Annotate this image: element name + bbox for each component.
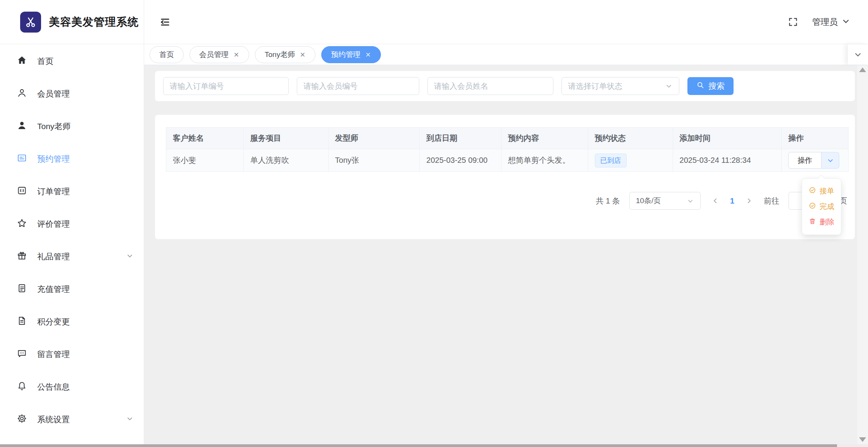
- horizontal-scrollbar[interactable]: [0, 444, 868, 447]
- chevron-down-icon: [687, 197, 694, 205]
- chevron-down-icon: [842, 17, 850, 27]
- circle-check-icon: [809, 186, 816, 196]
- sidebar-item-label: 会员管理: [37, 88, 70, 99]
- cell-stylist: Tony张: [329, 149, 420, 172]
- order-no-input[interactable]: [163, 77, 289, 95]
- sidebar-item-label: 系统设置: [37, 414, 70, 425]
- sidebar-item-gifts[interactable]: 礼品管理: [0, 240, 144, 273]
- circle-check-icon: [809, 202, 816, 211]
- gear-icon: [17, 413, 27, 426]
- page-size-value: 10条/页: [636, 196, 661, 206]
- sidebar-item-label: 评价管理: [37, 219, 70, 230]
- tab-overflow-button[interactable]: [848, 44, 868, 65]
- menu-item-delete[interactable]: 删除: [802, 214, 841, 230]
- sidebar-item-label: 充值管理: [37, 284, 70, 295]
- row-action-button[interactable]: 操作: [788, 152, 822, 169]
- member-no-input[interactable]: [297, 77, 419, 95]
- row-action-menu: 接单 完成 删除: [802, 178, 841, 235]
- sidebar-item-orders[interactable]: 订单管理: [0, 175, 144, 208]
- pagination: 共 1 条 10条/页 1 前往 页: [155, 192, 855, 210]
- appointments-table: 客户姓名 服务项目 发型师 到店日期 预约内容 预约状态 添加时间 操作 张小斐…: [166, 127, 849, 172]
- tab-home[interactable]: 首页: [150, 46, 184, 63]
- menu-item-accept[interactable]: 接单: [802, 183, 841, 199]
- search-button-label: 搜索: [708, 81, 725, 91]
- sidebar-item-label: 礼品管理: [37, 251, 70, 262]
- chat-bubble-icon: [17, 348, 27, 361]
- cell-visit-time: 2025-03-25 09:00: [420, 149, 501, 172]
- document-lines-icon: [17, 283, 27, 295]
- home-icon: [17, 55, 27, 67]
- tab-members[interactable]: 会员管理: [189, 46, 249, 63]
- select-placeholder: 请选择订单状态: [568, 81, 622, 91]
- prev-page-icon[interactable]: [710, 197, 721, 205]
- fullscreen-icon[interactable]: [788, 17, 798, 27]
- tab-appointments[interactable]: 预约管理: [321, 46, 381, 63]
- horizontal-scrollbar-thumb[interactable]: [0, 444, 837, 447]
- chevron-down-icon: [126, 415, 134, 425]
- sidebar-fold-icon[interactable]: [160, 17, 170, 28]
- col-actions: 操作: [782, 128, 848, 149]
- col-visit-time: 到店日期: [420, 128, 501, 149]
- sidebar-item-recharge[interactable]: 充值管理: [0, 273, 144, 305]
- sidebar-item-settings[interactable]: 系统设置: [0, 403, 144, 436]
- order-status-select[interactable]: 请选择订单状态: [561, 77, 679, 95]
- menu-item-complete[interactable]: 完成: [802, 199, 841, 214]
- cell-customer: 张小斐: [166, 149, 244, 172]
- user-name: 管理员: [812, 16, 838, 28]
- user-filled-icon: [17, 120, 27, 133]
- row-action-caret[interactable]: [822, 152, 839, 169]
- page-number-1[interactable]: 1: [730, 197, 734, 205]
- menu-item-label: 完成: [820, 202, 834, 212]
- sidebar-item-announcements[interactable]: 公告信息: [0, 371, 144, 403]
- scissors-logo-icon: [20, 12, 41, 33]
- page-size-select[interactable]: 10条/页: [629, 192, 701, 210]
- sidebar-item-appointments[interactable]: 预约管理: [0, 143, 144, 175]
- cell-service: 单人洗剪吹: [244, 149, 329, 172]
- sidebar-nav: 首页 会员管理 Tony老师 预约管理 订单管理: [0, 44, 144, 436]
- col-stylist: 发型师: [329, 128, 420, 149]
- chevron-down-icon: [126, 252, 134, 262]
- main-content: 请选择订单状态 搜索 客户姓名 服务项目 发型师 到店日期 预约内容 预约状态 …: [144, 65, 857, 444]
- sidebar: 美容美发管理系统 首页 会员管理 Tony老师 预约管理: [0, 0, 144, 444]
- member-name-input[interactable]: [427, 77, 553, 95]
- document-fold-icon: [17, 316, 27, 328]
- postcard-icon: [17, 153, 27, 165]
- close-icon[interactable]: [365, 52, 371, 58]
- sidebar-item-label: 留言管理: [37, 349, 70, 360]
- menu-item-label: 删除: [820, 217, 834, 227]
- top-header: 管理员: [144, 0, 868, 44]
- search-icon: [696, 81, 704, 91]
- vertical-scrollbar[interactable]: [857, 65, 868, 444]
- sidebar-item-tony[interactable]: Tony老师: [0, 110, 144, 143]
- sidebar-item-label: 订单管理: [37, 186, 70, 197]
- search-button[interactable]: 搜索: [687, 77, 734, 95]
- user-menu[interactable]: 管理员: [812, 16, 850, 28]
- sidebar-item-label: Tony老师: [37, 121, 71, 132]
- sidebar-item-reviews[interactable]: 评价管理: [0, 208, 144, 240]
- sidebar-item-label: 预约管理: [37, 154, 70, 164]
- pagination-total: 共 1 条: [596, 196, 620, 206]
- tab-label: 会员管理: [199, 50, 229, 60]
- trash-icon: [809, 217, 816, 227]
- cell-content: 想简单剪个头发。: [501, 149, 588, 172]
- col-status: 预约状态: [588, 128, 673, 149]
- user-outline-icon: [17, 88, 27, 100]
- scroll-down-arrow-icon[interactable]: [859, 437, 866, 442]
- tab-label: 首页: [159, 50, 174, 60]
- table-row: 张小斐 单人洗剪吹 Tony张 2025-03-25 09:00 想简单剪个头发…: [166, 149, 848, 172]
- tab-bar: 首页 会员管理 Tony老师 预约管理: [144, 44, 868, 65]
- next-page-icon[interactable]: [744, 197, 754, 205]
- sidebar-item-points[interactable]: 积分变更: [0, 305, 144, 338]
- col-created-at: 添加时间: [673, 128, 782, 149]
- scroll-up-arrow-icon[interactable]: [859, 67, 866, 72]
- col-content: 预约内容: [501, 128, 588, 149]
- col-customer: 客户姓名: [166, 128, 244, 149]
- sidebar-item-members[interactable]: 会员管理: [0, 78, 144, 110]
- sidebar-item-messages[interactable]: 留言管理: [0, 338, 144, 371]
- tab-tony[interactable]: Tony老师: [255, 46, 315, 63]
- sidebar-item-home[interactable]: 首页: [0, 45, 144, 78]
- row-action-split-button[interactable]: 操作: [788, 152, 839, 169]
- status-badge: 已到店: [595, 154, 627, 167]
- close-icon[interactable]: [300, 52, 306, 58]
- close-icon[interactable]: [233, 52, 239, 58]
